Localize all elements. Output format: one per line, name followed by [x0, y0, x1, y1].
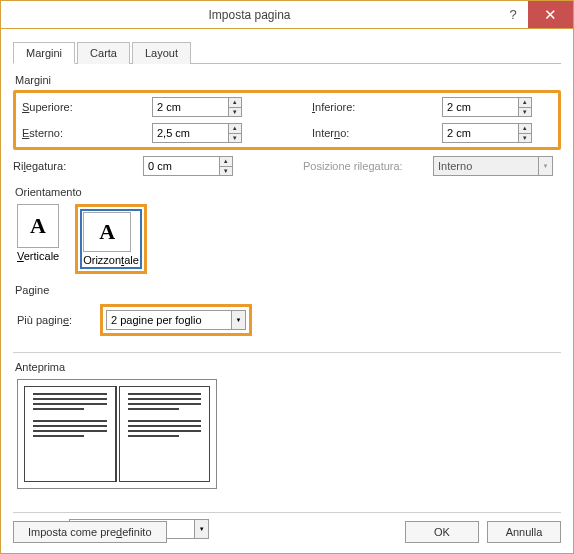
- tab-layout[interactable]: Layout: [132, 42, 191, 64]
- spin-down-icon[interactable]: ▼: [519, 134, 531, 143]
- spin-down-icon[interactable]: ▼: [519, 108, 531, 117]
- spin-down-icon[interactable]: ▼: [220, 167, 232, 176]
- help-button[interactable]: ?: [498, 1, 528, 28]
- divider: [13, 352, 561, 353]
- cancel-button[interactable]: Annulla: [487, 521, 561, 543]
- spin-up-icon[interactable]: ▲: [519, 124, 531, 134]
- chevron-down-icon: ▼: [538, 157, 552, 175]
- orientation-landscape[interactable]: A Orizzontale: [83, 212, 139, 266]
- orientation-portrait[interactable]: A Verticale: [17, 204, 59, 262]
- gutter-pos-combo: ▼: [433, 156, 553, 176]
- gutter-label: Rilegatura:: [13, 160, 143, 172]
- spin-down-icon[interactable]: ▼: [229, 134, 241, 143]
- inside-margin-label: Interno:: [312, 127, 442, 139]
- multi-pages-label: Più pagine:: [17, 314, 72, 326]
- chevron-down-icon[interactable]: ▼: [231, 311, 245, 329]
- window-title: Imposta pagina: [1, 8, 498, 22]
- section-orientation-label: Orientamento: [15, 186, 561, 198]
- orientation-portrait-label: Verticale: [17, 250, 59, 262]
- spin-up-icon[interactable]: ▲: [229, 98, 241, 108]
- margins-highlight: Superiore: ▲▼ Inferiore: ▲▼ Esterno: ▲▼: [13, 90, 561, 150]
- dialog-footer: Imposta come predefinito OK Annulla: [13, 512, 561, 543]
- section-pages-label: Pagine: [15, 284, 561, 296]
- landscape-icon: A: [83, 212, 131, 252]
- top-margin-label: Superiore:: [22, 101, 152, 113]
- titlebar: Imposta pagina ? ✕: [1, 1, 573, 29]
- page-setup-dialog: Imposta pagina ? ✕ Margini Carta Layout …: [0, 0, 574, 554]
- outside-margin-input[interactable]: ▲▼: [152, 123, 242, 143]
- spin-up-icon[interactable]: ▲: [519, 98, 531, 108]
- orientation-highlight: A Orizzontale: [75, 204, 147, 274]
- spin-up-icon[interactable]: ▲: [220, 157, 232, 167]
- portrait-icon: A: [17, 204, 59, 248]
- close-button[interactable]: ✕: [528, 1, 573, 28]
- bottom-margin-label: Inferiore:: [312, 101, 442, 113]
- spin-up-icon[interactable]: ▲: [229, 124, 241, 134]
- tab-paper[interactable]: Carta: [77, 42, 130, 64]
- inside-margin-input[interactable]: ▲▼: [442, 123, 532, 143]
- bottom-margin-input[interactable]: ▲▼: [442, 97, 532, 117]
- outside-margin-label: Esterno:: [22, 127, 152, 139]
- multi-pages-highlight: ▼: [100, 304, 252, 336]
- spin-down-icon[interactable]: ▼: [229, 108, 241, 117]
- top-margin-input[interactable]: ▲▼: [152, 97, 242, 117]
- gutter-pos-label: Posizione rilegatura:: [303, 160, 433, 172]
- multi-pages-combo[interactable]: ▼: [106, 310, 246, 330]
- gutter-input[interactable]: ▲▼: [143, 156, 233, 176]
- section-margins-label: Margini: [15, 74, 561, 86]
- tab-strip: Margini Carta Layout: [13, 41, 561, 64]
- section-preview-label: Anteprima: [15, 361, 561, 373]
- tab-margins[interactable]: Margini: [13, 42, 75, 64]
- set-default-button[interactable]: Imposta come predefinito: [13, 521, 167, 543]
- orientation-landscape-label: Orizzontale: [83, 254, 139, 266]
- preview-image: [17, 379, 217, 489]
- ok-button[interactable]: OK: [405, 521, 479, 543]
